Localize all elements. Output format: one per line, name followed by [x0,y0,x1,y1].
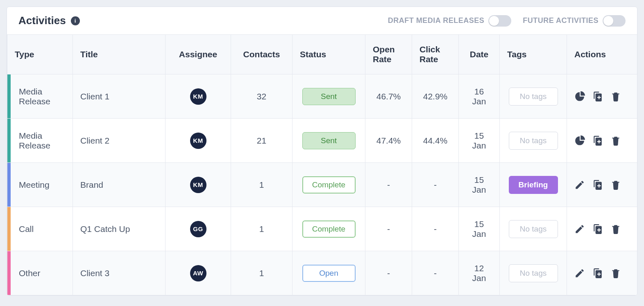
cell-title[interactable]: Client 3 [73,251,166,295]
type-label: Other [19,268,41,278]
edit-icon[interactable] [574,268,585,279]
future-activities-toggle-group: FUTURE ACTIVITIES [523,15,626,27]
cell-actions [567,207,638,251]
cell-type: Meeting [7,163,73,207]
avatar[interactable]: KM [190,177,206,193]
no-tags-pill[interactable]: No tags [509,132,558,150]
avatar[interactable]: AW [190,265,206,281]
col-assignee[interactable]: Assignee [166,35,231,74]
activities-title: Activities [18,14,66,27]
no-tags-pill[interactable]: No tags [509,220,558,238]
analytics-icon[interactable] [574,91,585,102]
type-label: Media Release [19,87,50,106]
delete-icon[interactable] [610,268,621,279]
cell-actions [567,163,638,207]
cell-open-rate: - [365,207,412,251]
col-status[interactable]: Status [293,35,365,74]
cell-tags: No tags [500,251,567,295]
type-label: Meeting [19,180,50,189]
draft-releases-label: DRAFT MEDIA RELEASES [388,16,484,25]
cell-actions [567,251,638,295]
cell-status: Sent [293,119,365,163]
cell-actions [567,74,638,119]
status-badge: Open [302,265,356,282]
cell-open-rate: - [365,251,412,295]
cell-type: Call [7,207,73,251]
status-badge: Complete [302,220,356,238]
analytics-icon[interactable] [574,135,585,146]
table-row[interactable]: Media ReleaseClient 2KM21Sent47.4%44.4%1… [7,119,638,163]
table-row[interactable]: OtherClient 3AW1Open--12 JanNo tags [7,251,638,295]
type-color-bar [7,251,11,295]
cell-open-rate: 46.7% [365,74,412,119]
tag-pill[interactable]: Briefing [509,176,558,194]
no-tags-pill[interactable]: No tags [509,264,558,282]
cell-assignee: AW [166,251,231,295]
cell-assignee: KM [166,163,231,207]
cell-assignee: KM [166,119,231,163]
cell-open-rate: - [365,163,412,207]
info-icon[interactable]: i [71,16,80,25]
cell-date: 16 Jan [459,74,500,119]
delete-icon[interactable] [610,180,621,190]
cell-contacts: 1 [231,163,293,207]
delete-icon[interactable] [610,135,621,146]
type-color-bar [7,207,11,251]
cell-assignee: GG [166,207,231,251]
cell-status: Complete [293,163,365,207]
cell-open-rate: 47.4% [365,119,412,163]
col-type[interactable]: Type [7,35,73,74]
avatar[interactable]: KM [190,133,206,149]
col-open[interactable]: Open Rate [365,35,412,74]
col-date[interactable]: Date [459,35,500,74]
duplicate-icon[interactable] [592,268,603,279]
cell-title[interactable]: Q1 Catch Up [73,207,166,251]
no-tags-pill[interactable]: No tags [509,88,558,106]
table-row[interactable]: Media ReleaseClient 1KM32Sent46.7%42.9%1… [7,74,638,119]
cell-contacts: 1 [231,207,293,251]
cell-title[interactable]: Client 1 [73,74,166,119]
header-toggles: DRAFT MEDIA RELEASES FUTURE ACTIVITIES [388,15,626,27]
col-actions[interactable]: Actions [567,35,638,74]
activities-header: Activities i DRAFT MEDIA RELEASES FUTURE… [7,7,637,35]
type-label: Media Release [19,131,50,150]
cell-date: 12 Jan [459,251,500,295]
edit-icon[interactable] [574,180,585,190]
cell-tags: Briefing [500,163,567,207]
type-color-bar [7,163,11,207]
type-color-bar [7,74,11,118]
draft-releases-toggle[interactable] [488,15,511,27]
edit-icon[interactable] [574,224,585,234]
duplicate-icon[interactable] [592,135,603,146]
table-row[interactable]: MeetingBrandKM1Complete--15 JanBriefing [7,163,638,207]
cell-title[interactable]: Client 2 [73,119,166,163]
cell-assignee: KM [166,74,231,119]
table-row[interactable]: CallQ1 Catch UpGG1Complete--15 JanNo tag… [7,207,638,251]
col-contacts[interactable]: Contacts [231,35,293,74]
cell-status: Complete [293,207,365,251]
cell-contacts: 32 [231,74,293,119]
activities-table: Type Title Assignee Contacts Status Open… [7,35,637,295]
status-badge: Complete [302,176,356,194]
col-click[interactable]: Click Rate [412,35,459,74]
cell-status: Open [293,251,365,295]
activities-title-group: Activities i [18,14,80,27]
future-activities-toggle[interactable] [603,15,626,27]
duplicate-icon[interactable] [592,180,603,190]
cell-type: Media Release [7,119,73,163]
cell-contacts: 1 [231,251,293,295]
cell-contacts: 21 [231,119,293,163]
col-tags[interactable]: Tags [500,35,567,74]
duplicate-icon[interactable] [592,224,603,234]
delete-icon[interactable] [610,224,621,234]
cell-title[interactable]: Brand [73,163,166,207]
col-title[interactable]: Title [73,35,166,74]
cell-actions [567,119,638,163]
cell-tags: No tags [500,74,567,119]
avatar[interactable]: KM [190,88,206,105]
cell-date: 15 Jan [459,163,500,207]
status-badge: Sent [302,132,356,149]
duplicate-icon[interactable] [592,91,603,102]
delete-icon[interactable] [610,91,621,102]
avatar[interactable]: GG [190,221,206,237]
